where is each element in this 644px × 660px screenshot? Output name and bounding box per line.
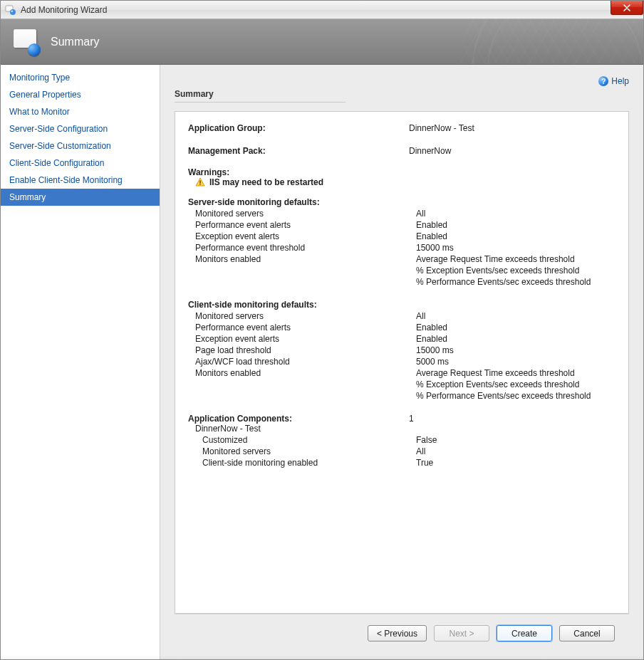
warning-row: IIS may need to be restarted <box>188 177 616 187</box>
client-perf-alerts-value: Enabled <box>416 323 616 332</box>
client-monitored-servers-value: All <box>416 311 616 321</box>
client-ajax-label: Ajax/WCF load threshold <box>195 357 416 367</box>
component-customized-value: False <box>416 435 616 445</box>
help-link[interactable]: ? Help <box>598 76 629 86</box>
server-monitor-value: Average Request Time exceeds threshold <box>416 254 616 264</box>
server-perf-threshold-value: 15000 ms <box>416 243 616 253</box>
mgmt-pack-label: Management Pack: <box>188 146 409 156</box>
server-perf-alerts-value: Enabled <box>416 220 616 230</box>
client-monitored-servers-label: Monitored servers <box>195 311 416 321</box>
app-group-label: Application Group: <box>188 123 409 133</box>
client-monitor-value: Average Request Time exceeds threshold <box>416 368 616 378</box>
nav-monitoring-type[interactable]: Monitoring Type <box>1 69 160 86</box>
client-heading: Client-side monitoring defaults: <box>188 300 616 310</box>
component-monitored-servers-label: Monitored servers <box>202 446 416 456</box>
server-monitor-value: % Exception Events/sec exceeds threshold <box>416 266 616 276</box>
banner-title: Summary <box>51 36 99 48</box>
next-button: Next > <box>434 625 489 641</box>
warning-icon <box>195 177 205 187</box>
components-count: 1 <box>409 414 616 424</box>
server-exc-alerts-value: Enabled <box>416 231 616 241</box>
main-panel: ? Help Summary Application Group: Dinner… <box>160 65 643 659</box>
sidebar: Monitoring Type General Properties What … <box>1 65 160 659</box>
client-monitor-value: % Exception Events/sec exceeds threshold <box>416 379 616 389</box>
client-monitors-enabled-label: Monitors enabled <box>195 368 416 402</box>
svg-point-2 <box>11 10 13 12</box>
close-button[interactable] <box>611 1 643 15</box>
client-monitors-enabled-values: Average Request Time exceeds threshold %… <box>416 368 616 402</box>
nav-client-side-configuration[interactable]: Client-Side Configuration <box>1 154 160 172</box>
server-perf-alerts-label: Performance event alerts <box>195 220 416 230</box>
component-customized-label: Customized <box>202 435 416 445</box>
component-client-enabled-label: Client-side monitoring enabled <box>202 458 416 468</box>
svg-rect-4 <box>199 184 200 184</box>
help-label: Help <box>611 76 629 86</box>
nav-server-side-customization[interactable]: Server-Side Customization <box>1 137 160 154</box>
svg-rect-3 <box>199 181 200 184</box>
server-exc-alerts-label: Exception event alerts <box>195 231 416 241</box>
server-monitor-value: % Performance Events/sec exceeds thresho… <box>416 277 616 287</box>
client-page-load-label: Page load threshold <box>195 345 416 355</box>
create-button[interactable]: Create <box>497 625 552 641</box>
banner-icon <box>14 29 39 55</box>
server-monitored-servers-value: All <box>416 209 616 219</box>
previous-button[interactable]: < Previous <box>368 625 427 641</box>
warnings-label: Warnings: <box>188 167 616 177</box>
nav-server-side-configuration[interactable]: Server-Side Configuration <box>1 120 160 137</box>
app-group-value: DinnerNow - Test <box>409 123 616 133</box>
body: Monitoring Type General Properties What … <box>1 65 643 659</box>
server-monitors-enabled-label: Monitors enabled <box>195 254 416 288</box>
client-exc-alerts-label: Exception event alerts <box>195 334 416 344</box>
component-name: DinnerNow - Test <box>188 424 616 434</box>
mgmt-pack-value: DinnerNow <box>409 146 616 156</box>
client-perf-alerts-label: Performance event alerts <box>195 323 416 332</box>
svg-point-1 <box>10 9 16 15</box>
window-title: Add Monitoring Wizard <box>21 5 107 15</box>
nav-enable-client-side-monitoring[interactable]: Enable Client-Side Monitoring <box>1 172 160 189</box>
nav-general-properties[interactable]: General Properties <box>1 86 160 103</box>
component-monitored-servers-value: All <box>416 446 616 456</box>
nav-summary[interactable]: Summary <box>1 189 160 206</box>
server-monitored-servers-label: Monitored servers <box>195 209 416 219</box>
app-icon <box>5 4 16 16</box>
footer: < Previous Next > Create Cancel <box>175 614 629 652</box>
server-perf-threshold-label: Performance event threshold <box>195 243 416 253</box>
summary-content: Application Group: DinnerNow - Test Mana… <box>175 111 629 614</box>
client-exc-alerts-value: Enabled <box>416 334 616 344</box>
server-monitors-enabled-values: Average Request Time exceeds threshold %… <box>416 254 616 288</box>
client-ajax-value: 5000 ms <box>416 357 616 367</box>
component-client-enabled-value: True <box>416 458 616 468</box>
banner: Summary <box>1 19 643 65</box>
titlebar: Add Monitoring Wizard <box>1 1 643 19</box>
wizard-window: Add Monitoring Wizard Summary Monitoring… <box>0 0 644 660</box>
server-heading: Server-side monitoring defaults: <box>188 197 616 207</box>
nav-what-to-monitor[interactable]: What to Monitor <box>1 103 160 120</box>
section-title: Summary <box>175 89 346 103</box>
help-icon: ? <box>598 76 608 86</box>
client-monitor-value: % Performance Events/sec exceeds thresho… <box>416 391 616 401</box>
cancel-button[interactable]: Cancel <box>559 625 615 641</box>
client-page-load-value: 15000 ms <box>416 345 616 355</box>
components-heading: Application Components: <box>188 414 409 424</box>
warning-text: IIS may need to be restarted <box>209 177 323 187</box>
